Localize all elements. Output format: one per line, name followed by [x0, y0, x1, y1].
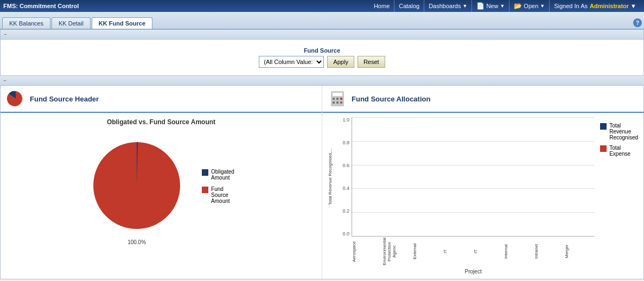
nav-new[interactable]: 📄 New ▼ — [472, 0, 509, 12]
fund-source-header-title: Fund Source Header — [30, 95, 99, 103]
topbar: FMS: Commitment Control Home Catalog Das… — [0, 0, 644, 12]
svg-rect-7 — [333, 101, 335, 104]
fund-source-allocation-icon — [328, 89, 347, 108]
bar-legend-color-revenue — [600, 123, 607, 130]
bar-legend-label-revenue: TotalRevenueRecognised — [609, 123, 638, 140]
fund-source-header-icon — [6, 89, 25, 108]
bar-chart-area: Total Revenue Recognised,... 1.0 0.8 0.6… — [322, 113, 643, 279]
user-dropdown-arrow: ▼ — [630, 3, 636, 9]
grid-line-2 — [352, 141, 595, 142]
grid-line-1 — [352, 117, 595, 118]
dashboards-dropdown-arrow: ▼ — [463, 3, 468, 9]
nav-home[interactable]: Home — [369, 0, 394, 12]
main-collapse-bar[interactable]: − — [0, 76, 644, 86]
y-axis-ticks: 1.0 0.8 0.6 0.4 0.2 0.0 — [336, 117, 352, 237]
filter-collapse-icon: − — [4, 31, 7, 37]
fund-source-header-panel: Fund Source Header Obligated vs. Fund So… — [1, 86, 322, 279]
signed-in-username: Administrator — [590, 3, 629, 9]
fund-source-header-title-bar: Fund Source Header — [1, 86, 322, 113]
bar-legend-revenue: TotalRevenueRecognised — [600, 123, 638, 140]
x-label-external: External — [412, 237, 443, 266]
tab-kk-balances[interactable]: KK Balances — [2, 17, 50, 29]
apply-button[interactable]: Apply — [327, 56, 354, 68]
tabs: KK Balances KK Detail KK Fund Source — [2, 17, 152, 29]
main-section: Fund Source Header Obligated vs. Fund So… — [0, 86, 644, 279]
x-label-it1: IT — [443, 237, 473, 266]
open-icon: 📂 — [514, 2, 522, 10]
nav-open[interactable]: 📂 Open ▼ — [509, 0, 550, 12]
bar-chart-grid: Total Revenue Recognised,... 1.0 0.8 0.6… — [328, 117, 595, 237]
svg-rect-9 — [340, 101, 342, 104]
legend-item-fund-source: FundSourceAmount — [202, 186, 234, 204]
signed-in-info: Signed In As Administrator ▼ — [550, 3, 641, 9]
filter-section: Fund Source (All Column Value:) Apply Re… — [0, 40, 644, 76]
bar-legend-color-expense — [600, 145, 607, 152]
pie-percent-label: 100.0% — [127, 239, 146, 245]
app-title: FMS: Commitment Control — [3, 3, 79, 9]
open-dropdown-arrow: ▼ — [540, 3, 545, 9]
x-label-intranet: Intranet — [534, 237, 564, 266]
pie-chart: 100.0% — [88, 137, 186, 235]
tab-kk-detail[interactable]: KK Detail — [52, 17, 91, 29]
svg-rect-6 — [340, 98, 342, 100]
main-collapse-icon: − — [3, 78, 7, 84]
fund-source-allocation-title-bar: Fund Source Allocation — [322, 86, 643, 113]
svg-rect-3 — [333, 93, 342, 96]
bar-chart-inner: Total Revenue Recognised,... 1.0 0.8 0.6… — [328, 117, 595, 274]
new-icon: 📄 — [476, 2, 484, 10]
legend-label-obligated: ObligatedAmount — [211, 169, 234, 181]
svg-rect-4 — [333, 98, 335, 100]
new-dropdown-arrow: ▼ — [500, 3, 505, 9]
grid-line-3 — [352, 165, 595, 165]
x-axis-labels: Aerospace Environmental Protection Agenc… — [352, 237, 595, 266]
y-axis-label: Total Revenue Recognised,... — [328, 117, 335, 237]
fund-source-select[interactable]: (All Column Value:) — [259, 56, 324, 68]
x-label-it2: IT — [473, 237, 503, 266]
bar-legend-label-expense: TotalExpense — [609, 145, 630, 157]
help-icon[interactable]: ? — [633, 18, 642, 27]
fund-source-allocation-title: Fund Source Allocation — [352, 95, 430, 103]
legend-label-fund-source: FundSourceAmount — [211, 186, 229, 204]
filter-label: Fund Source — [259, 47, 385, 54]
grid-line-5 — [352, 212, 595, 213]
x-label-merger: Merger — [564, 237, 595, 266]
grid-line-4 — [352, 188, 595, 189]
nav-dashboards[interactable]: Dashboards ▼ — [424, 0, 472, 12]
filter-collapse-bar[interactable]: − — [0, 29, 644, 40]
fund-source-allocation-panel: Fund Source Allocation Total Revenue Rec… — [322, 86, 643, 279]
pie-area: 100.0% ObligatedAmount FundSourceAmount — [6, 131, 316, 246]
legend-color-fund-source — [202, 187, 208, 193]
bar-legend: TotalRevenueRecognised TotalExpense — [600, 117, 638, 274]
nav-catalog[interactable]: Catalog — [394, 0, 424, 12]
pie-legend: ObligatedAmount FundSourceAmount — [202, 169, 234, 204]
tabbar: KK Balances KK Detail KK Fund Source ? — [0, 12, 644, 29]
svg-rect-5 — [336, 98, 339, 100]
x-axis-title: Project — [352, 269, 595, 274]
bars-area — [352, 117, 595, 237]
pie-chart-container: Obligated vs. Fund Source Amount 100.0% — [1, 113, 322, 252]
panels: Fund Source Header Obligated vs. Fund So… — [1, 86, 643, 279]
svg-rect-8 — [336, 101, 339, 104]
tab-kk-fund-source[interactable]: KK Fund Source — [92, 17, 152, 29]
pie-chart-title: Obligated vs. Fund Source Amount — [6, 118, 316, 126]
bar-legend-expense: TotalExpense — [600, 145, 638, 157]
x-label-internal: Internal — [503, 237, 534, 266]
legend-item-obligated: ObligatedAmount — [202, 169, 234, 181]
tab-icons: ? — [633, 18, 642, 29]
legend-color-obligated — [202, 169, 208, 176]
x-label-aerospace: Aerospace — [352, 237, 382, 266]
reset-button[interactable]: Reset — [358, 56, 385, 68]
x-label-env: Environmental Protection Agenc — [382, 237, 412, 266]
topbar-nav: Home Catalog Dashboards ▼ 📄 New ▼ 📂 Open… — [369, 0, 641, 12]
